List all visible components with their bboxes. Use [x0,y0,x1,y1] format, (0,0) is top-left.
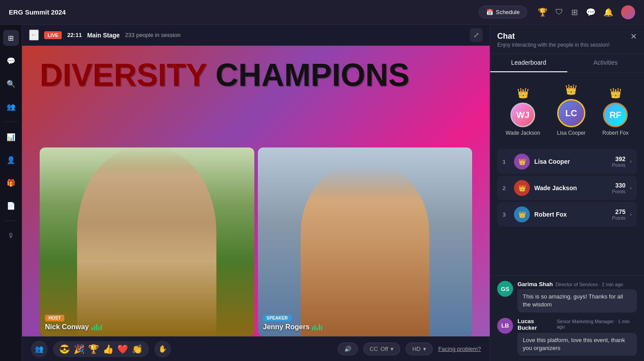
sidebar-gift-icon[interactable]: 🎁 [3,175,19,191]
trophy-icon[interactable]: 🏆 [538,7,547,17]
chat-bubble-icon[interactable]: 💬 [586,7,596,17]
tab-leaderboard[interactable]: Leaderboard [490,54,567,72]
chat-tabs: Leaderboard Activities [490,54,644,73]
nick-name: Nick Conway [45,323,102,331]
right-panel: Chat Enjoy interacting with the people i… [490,25,644,361]
cc-icon: CC [370,346,378,352]
chevron-down-icon-2: ▾ [423,346,426,352]
lb-rank-1: 1 [503,158,510,165]
chat-header: Chat Enjoy interacting with the people i… [490,25,644,54]
nick-audio-bars [92,324,102,330]
sidebar-group-icon[interactable]: 👥 [3,99,19,114]
emoji-clap[interactable]: 👏 [132,344,143,354]
sidebar-divider [4,122,18,122]
left-sidebar: ⊞ 💬 🔍 👥 📊 👤 🎁 📄 🎙 [0,25,22,361]
chat-title: Chat [497,32,610,41]
podium-item-3rd: 👑 RF Robert Fox [603,88,629,136]
gold-crown: 👑 [565,84,577,96]
emoji-thumbsup[interactable]: 👍 [103,344,114,354]
back-button[interactable]: ← [29,29,39,41]
mute-button[interactable]: 🔊 [338,343,358,355]
session-count: 233 people in session [125,32,181,38]
chat-message-garima: GS Garima Shah Director of Services · 2 … [497,281,637,312]
lb-chevron-3: › [630,211,632,217]
lisa-initials: LC [566,108,577,118]
hd-label: HD [412,346,421,352]
lucas-content: Lucas Bucker Senior Marketing Manager · … [517,318,637,356]
lucas-name: Lucas Bucker [517,318,554,331]
video-stage: DIVERSITY CHAMPIONS HOST Nick Conway [22,46,490,336]
cc-button[interactable]: CC Off ▾ [363,343,401,355]
lucas-header: Lucas Bucker Senior Marketing Manager · … [517,318,637,331]
tab-activities[interactable]: Activities [567,54,644,72]
session-timer: 22:11 [67,32,82,38]
garima-bubble: This is so amazing, guys! Thanks for all… [517,289,637,312]
shield-icon[interactable]: 🛡 [555,7,563,17]
sidebar-person-search-icon[interactable]: 🔍 [3,76,19,92]
leaderboard-content: 👑 WJ Wade Jackson 👑 LC Lisa Cooper � [490,73,644,275]
lb-points-robert: 275 Points [612,208,625,221]
audio-bar [319,324,320,330]
sidebar-people-grid-icon[interactable]: 👤 [3,152,19,168]
jenny-audio-bars [312,324,322,330]
podium-item-2nd: 👑 WJ Wade Jackson [506,88,540,136]
speaker-card-jenny: SPEAKER Jenny Rogers [258,147,473,336]
sidebar-grid-icon[interactable]: ⊞ [3,30,19,46]
lb-avatar-wade: 👑 [514,180,530,196]
wade-initials: WJ [516,110,529,120]
sidebar-document-icon[interactable]: 📄 [3,198,19,214]
emoji-trophy[interactable]: 🏆 [88,344,99,354]
chat-message-lucas: LB Lucas Bucker Senior Marketing Manager… [497,318,637,356]
emoji-heart[interactable]: ❤️ [117,344,128,354]
garima-header: Garima Shah Director of Services · 2 min… [517,281,637,287]
problem-link[interactable]: Facing problem? [438,346,481,352]
lucas-role: Senior Marketing Manager · 1 min ago [557,319,637,329]
schedule-button[interactable]: 📅 Schedule [479,6,527,18]
users-grid-icon[interactable]: ⊞ [571,7,578,17]
lb-name-wade: Wade Jackson [534,184,607,192]
speakers-grid: HOST Nick Conway [22,147,490,336]
bronze-crown: 👑 [610,88,622,99]
chat-subtitle: Enjoy interacting with the people in thi… [497,42,610,48]
jenny-label: SPEAKER Jenny Rogers [263,315,323,331]
lb-name-lisa: Lisa Cooper [534,158,607,165]
close-chat-button[interactable]: ✕ [630,32,637,41]
emoji-cool[interactable]: 😎 [59,344,70,354]
sidebar-chart-icon[interactable]: 📊 [3,129,19,145]
lb-points-lisa: 392 Points [612,155,625,168]
garima-content: Garima Shah Director of Services · 2 min… [517,281,637,312]
video-area: ← LIVE 22:11 Main Stage 233 people in se… [22,25,490,361]
lb-row-1[interactable]: 1 👑 Lisa Cooper 392 Points › [497,149,637,174]
people-button[interactable]: 👥 [31,341,48,357]
nick-face [40,147,254,336]
sidebar-chat-icon[interactable]: 💬 [3,53,19,69]
app-title: ERG Summit 2024 [9,8,473,16]
bell-icon[interactable]: 🔔 [603,7,613,17]
lb-crown-3: 👑 [518,211,526,218]
speaker-icon: 🔊 [344,346,351,352]
title-champions: CHAMPIONS [207,57,409,92]
audio-bar [314,325,316,330]
sidebar-mic-icon[interactable]: 🎙 [3,228,19,244]
lb-avatar-robert: 👑 [514,206,530,222]
stage-name: Main Stage [87,32,120,39]
video-controls: 👥 😎 🎉 🏆 👍 ❤️ 👏 ✋ 🔊 CC Off ▾ HD ▾ [22,336,490,361]
fullscreen-button[interactable]: ⤢ [470,28,483,42]
lucas-bubble: Love this platform, love this event, tha… [517,333,637,356]
audio-bar [312,327,313,330]
raise-hand-button[interactable]: ✋ [154,341,171,357]
top-icons: 🏆 🛡 ⊞ 💬 🔔 [538,5,635,19]
leaderboard-list: 1 👑 Lisa Cooper 392 Points › 2 👑 [497,149,637,227]
quality-button[interactable]: HD ▾ [406,343,433,355]
lb-row-3[interactable]: 3 👑 Robert Fox 275 Points › [497,202,637,227]
lb-crown-1: 👑 [518,158,526,165]
lb-points-wade: 330 Points [612,182,625,194]
main-content: ⊞ 💬 🔍 👥 📊 👤 🎁 📄 🎙 ← LIVE 22:11 Main Stag… [0,25,644,361]
title-diversity: DIVERSITY [40,57,207,92]
user-avatar[interactable] [621,5,635,19]
speaker-card-nick: HOST Nick Conway [40,147,254,336]
audio-bar [321,326,322,330]
emoji-party[interactable]: 🎉 [74,344,85,354]
lb-row-2[interactable]: 2 👑 Wade Jackson 330 Points › [497,176,637,200]
lb-rank-2: 2 [503,185,510,192]
